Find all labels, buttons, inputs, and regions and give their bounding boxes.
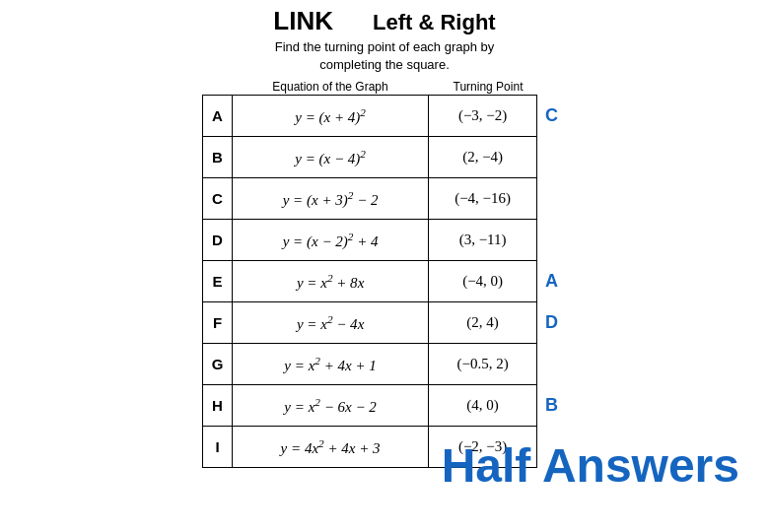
turning-point-cell: (−3, −2)	[429, 96, 537, 137]
answer-badge: B	[536, 385, 566, 427]
row-label: H	[203, 385, 233, 427]
equation-cell: y = x2 + 4x + 1	[232, 344, 428, 385]
equation-cell: y = (x − 4)2	[232, 137, 428, 178]
half-answers-label: Half Answers	[442, 438, 739, 493]
row-label: I	[203, 427, 233, 468]
table-row: Fy = x2 − 4x(2, 4)D	[203, 302, 567, 344]
turning-point-cell: (−4, −16)	[429, 178, 537, 220]
col-header-turning-point: Turning Point	[429, 80, 547, 94]
turning-point-cell: (2, −4)	[429, 137, 537, 178]
turning-point-cell: (3, −11)	[429, 220, 537, 261]
table-row: Ey = x2 + 8x(−4, 0)A	[203, 261, 567, 302]
turning-point-cell: (−4, 0)	[429, 261, 537, 302]
row-label: C	[203, 178, 233, 220]
turning-point-cell: (−0.5, 2)	[429, 344, 537, 385]
table-row: By = (x − 4)2(2, −4)	[203, 137, 567, 178]
instructions: Find the turning point of each graph by …	[0, 38, 769, 74]
table-row: Cy = (x + 3)2 − 2(−4, −16)	[203, 178, 567, 220]
row-label: F	[203, 302, 233, 344]
row-label: E	[203, 261, 233, 302]
row-label: A	[203, 96, 233, 137]
main-table: Ay = (x + 4)2(−3, −2)CBy = (x − 4)2(2, −…	[202, 95, 567, 468]
turning-point-cell: (4, 0)	[429, 385, 537, 427]
answer-badge	[536, 178, 566, 220]
subtitle: Left & Right	[373, 10, 496, 35]
equation-cell: y = x2 + 8x	[232, 261, 428, 302]
equation-cell: y = (x − 2)2 + 4	[232, 220, 428, 261]
col-header-equation: Equation of the Graph	[232, 80, 429, 94]
row-label: G	[203, 344, 233, 385]
answer-badge: C	[536, 96, 566, 137]
row-label: D	[203, 220, 233, 261]
table-row: Hy = x2 − 6x − 2(4, 0)B	[203, 385, 567, 427]
table-row: Ay = (x + 4)2(−3, −2)C	[203, 96, 567, 137]
answer-badge: D	[536, 302, 566, 344]
table-row: Dy = (x − 2)2 + 4(3, −11)	[203, 220, 567, 261]
equation-cell: y = x2 − 4x	[232, 302, 428, 344]
equation-cell: y = (x + 4)2	[232, 96, 428, 137]
table-row: Gy = x2 + 4x + 1(−0.5, 2)	[203, 344, 567, 385]
answer-badge	[536, 137, 566, 178]
answer-badge: A	[536, 261, 566, 302]
turning-point-cell: (2, 4)	[429, 302, 537, 344]
answer-badge	[536, 220, 566, 261]
row-label: B	[203, 137, 233, 178]
equation-cell: y = 4x2 + 4x + 3	[232, 427, 428, 468]
equation-cell: y = x2 − 6x − 2	[232, 385, 428, 427]
answer-badge	[536, 344, 566, 385]
equation-cell: y = (x + 3)2 − 2	[232, 178, 428, 220]
link-title: LINK	[273, 6, 333, 36]
